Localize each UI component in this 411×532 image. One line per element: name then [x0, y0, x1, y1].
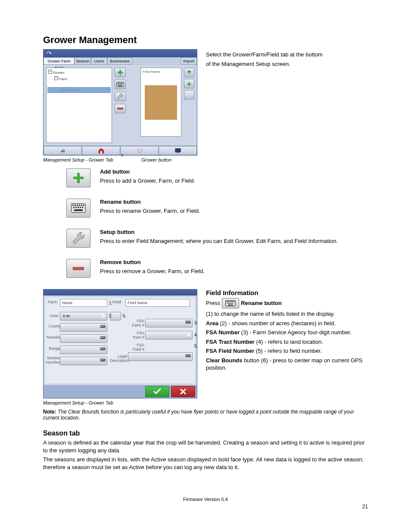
tab-season[interactable]: Season [75, 57, 91, 65]
rename-button-large[interactable] [66, 199, 90, 218]
display-icon [175, 148, 181, 153]
zoom-out-button[interactable] [184, 79, 194, 88]
page-number: 21 [43, 504, 368, 510]
remove-button-small[interactable] [115, 104, 126, 113]
minus-icon [73, 267, 84, 270]
season-heading: Season tab [43, 429, 368, 437]
season-line-2: The seasons are displayed in lists, with… [43, 456, 368, 471]
svg-rect-31 [229, 301, 230, 302]
setup-title: Setup button [100, 229, 134, 235]
svg-rect-32 [230, 301, 231, 302]
section-input[interactable]: ⌨ [60, 357, 107, 365]
fi-area-body: (2) - shows number of acres (hectares) i… [218, 320, 336, 327]
check-icon [153, 389, 161, 395]
tree-grower: Grower: [53, 71, 65, 75]
back-arrow-icon[interactable] [45, 50, 53, 56]
nav-configuration[interactable]: 🚜 [44, 146, 82, 155]
area-value: 0 ac [63, 314, 70, 318]
farm-label: Farm: [48, 300, 58, 304]
remove-body: Press to remove a Grower, Farm, or Field… [100, 268, 368, 274]
farm-value: Name [60, 299, 107, 307]
tab-import[interactable]: Import [181, 57, 197, 65]
rename-title: Rename button [100, 199, 141, 205]
keyboard-icon [71, 203, 86, 213]
nav-grower[interactable] [82, 146, 120, 155]
screen1-titlebar [44, 50, 197, 57]
range-input[interactable]: ⌨ [60, 345, 107, 354]
fi-fsa-body: (3) - Farm Service Agency four-digit num… [240, 329, 351, 336]
fsa-tract-input[interactable]: 📄 [145, 331, 193, 339]
svg-rect-38 [230, 303, 230, 304]
close-icon [180, 389, 186, 395]
setup-button-large[interactable] [66, 229, 90, 248]
svg-rect-6 [118, 84, 118, 85]
intro-line-1: Select the Grower/Farm/Field tab at the … [206, 51, 368, 59]
keyboard-icon [116, 82, 124, 87]
svg-rect-24 [78, 207, 79, 208]
minus-icon [117, 108, 123, 109]
township-input[interactable]: ⌨ [60, 334, 107, 343]
nav-display[interactable] [159, 146, 197, 155]
zoom-in-button[interactable] [184, 68, 194, 77]
m1: 1. [109, 301, 112, 305]
remove-button-large[interactable] [66, 259, 90, 278]
svg-rect-10 [118, 85, 122, 86]
svg-rect-29 [226, 301, 227, 302]
add-button-small[interactable] [115, 68, 126, 77]
svg-rect-1 [117, 83, 118, 84]
expand-icon[interactable] [54, 76, 58, 80]
dialog-titlebar [44, 289, 197, 296]
tab-users[interactable]: Users [91, 57, 107, 65]
add-title: Add button [100, 168, 130, 175]
field-shape [145, 85, 177, 120]
svg-rect-21 [83, 205, 84, 206]
svg-rect-13 [175, 149, 181, 152]
m6: 6. [123, 314, 126, 318]
field-info-dialog: Farm: Name Field: Field Name Area: 0 ac … [43, 289, 197, 398]
fi-fsa-title: FSA Number [206, 329, 240, 336]
setup-button-small[interactable] [115, 92, 126, 101]
svg-rect-2 [118, 83, 119, 84]
fi-line1a: Press [206, 299, 220, 307]
nav-product[interactable] [120, 146, 159, 155]
svg-rect-37 [228, 303, 229, 304]
area-box[interactable]: 0 ac 📄 [60, 312, 107, 320]
expand-icon[interactable] [48, 70, 52, 74]
page-section-title: Grower Management [43, 34, 368, 46]
m2: 2. [109, 314, 112, 318]
caption-management-setup: Management Setup - Grower Tab [43, 157, 113, 162]
intro-line-2: of the Management Setup screen. [206, 60, 368, 68]
tree-panel[interactable]: Grower: Farm: Field Name <Add Farm> [46, 68, 112, 143]
svg-rect-33 [231, 301, 232, 302]
legal-desc-input[interactable]: ⌨ [128, 352, 193, 361]
view-button[interactable] [184, 90, 194, 100]
svg-rect-41 [228, 305, 233, 305]
svg-rect-34 [233, 301, 234, 302]
svg-rect-20 [81, 205, 82, 206]
barn-icon [98, 148, 105, 154]
dialog-footer [44, 385, 197, 398]
add-body: Press to add a Grower, Farm, or Field. [100, 177, 368, 184]
county-input[interactable]: ⌨ [60, 323, 107, 332]
tree-farm: Farm: [59, 77, 68, 81]
svg-rect-23 [75, 207, 77, 208]
ok-button[interactable] [145, 386, 169, 397]
fi-field-title: FSA Field Number [206, 348, 254, 354]
rename-button-small[interactable] [115, 80, 126, 89]
svg-rect-40 [232, 303, 233, 304]
page-footer: Firmware Version 5.4 [43, 497, 368, 502]
svg-rect-17 [75, 205, 76, 206]
svg-rect-36 [227, 303, 228, 304]
inline-rename-button[interactable] [222, 298, 239, 308]
add-button-large[interactable] [66, 168, 90, 187]
tree-field-selected[interactable]: Field Name [54, 83, 110, 87]
screen1-tabrow: Grower Farm Field Season Users Businesse… [44, 57, 197, 65]
tree-add-farm[interactable]: <Add Farm> [54, 88, 110, 92]
cancel-button[interactable] [171, 386, 195, 397]
tab-grower-farm-field[interactable]: Grower Farm Field [44, 57, 75, 65]
m5: 5. [194, 344, 198, 348]
fsa-farm-input[interactable]: ⌨ [145, 319, 193, 327]
tab-businesses[interactable]: Businesses [107, 57, 132, 65]
svg-rect-39 [231, 303, 232, 304]
county-label: County [49, 324, 61, 328]
